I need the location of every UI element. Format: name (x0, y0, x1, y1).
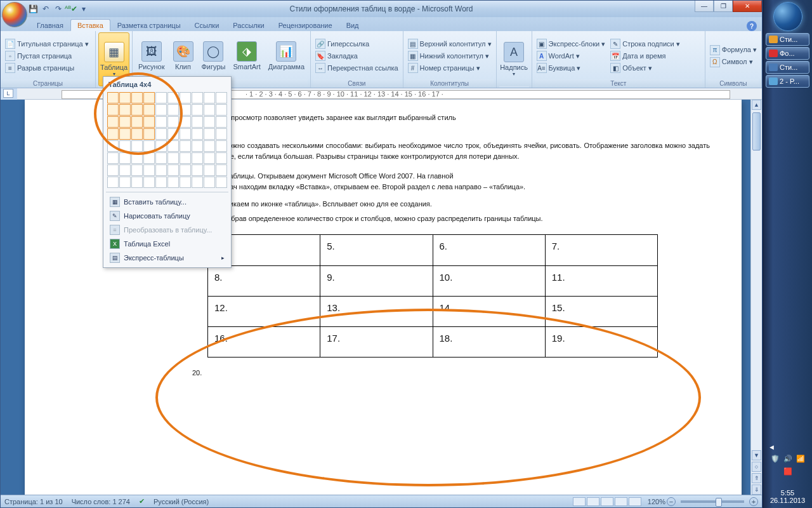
table-cell[interactable]: 14. (433, 296, 545, 326)
grid-cell[interactable] (155, 92, 167, 104)
grid-cell[interactable] (192, 128, 203, 140)
table-cell[interactable]: 6. (433, 235, 545, 265)
scroll-down-icon[interactable]: ▼ (752, 450, 761, 460)
grid-cell[interactable] (216, 140, 227, 152)
page-status[interactable]: Страница: 1 из 10 (4, 498, 63, 505)
grid-cell[interactable] (155, 104, 167, 116)
quickparts-button[interactable]: ▣Экспресс-блоки ▾ (535, 38, 608, 50)
table-cell[interactable]: 7. (545, 235, 657, 265)
office-button[interactable] (2, 2, 27, 27)
excel-table-item[interactable]: XТаблица Excel (106, 237, 228, 251)
table-cell[interactable]: 16. (208, 327, 320, 358)
system-tray[interactable]: 🛡️ 🔊 📶 🟥 (763, 452, 812, 479)
grid-cell[interactable] (155, 128, 167, 140)
grid-cell[interactable] (119, 104, 131, 116)
smartart-button[interactable]: ⬗SmartArt (230, 32, 263, 79)
symbol-button[interactable]: ΩСимвол ▾ (708, 57, 759, 68)
grid-cell[interactable] (143, 164, 155, 176)
signature-button[interactable]: ✎Строка подписи ▾ (608, 38, 682, 50)
grid-cell[interactable] (143, 116, 155, 128)
table-cell[interactable]: 10. (433, 265, 545, 296)
web-view-icon[interactable] (601, 497, 613, 506)
grid-cell[interactable] (180, 116, 191, 128)
grid-cell[interactable] (119, 128, 131, 140)
zoom-slider[interactable] (681, 500, 744, 503)
grid-cell[interactable] (192, 104, 203, 116)
grid-cell[interactable] (180, 140, 191, 152)
blank-page-button[interactable]: ▫Пустая страница (3, 50, 93, 62)
chart-button[interactable]: 📊Диаграмма (265, 32, 308, 79)
grid-cell[interactable] (155, 177, 167, 188)
vertical-scrollbar[interactable]: ▲ ▼ ○ ⇑ ⇓ (750, 100, 762, 495)
grid-cell[interactable] (143, 104, 155, 116)
grid-cell[interactable] (192, 116, 203, 128)
datetime-button[interactable]: 📅Дата и время (608, 50, 682, 62)
grid-cell[interactable] (204, 152, 215, 164)
tray-arrow-icon[interactable]: ◄ (768, 443, 775, 451)
scroll-thumb[interactable] (752, 112, 761, 150)
grid-cell[interactable] (107, 116, 119, 128)
browse-object-icon[interactable]: ○ (752, 462, 761, 472)
maximize-button[interactable]: ❐ (714, 1, 733, 12)
zoom-in-button[interactable]: + (749, 497, 758, 506)
tab-references[interactable]: Ссылки (188, 19, 226, 31)
table-cell[interactable]: 18. (433, 327, 545, 358)
tab-mailings[interactable]: Рассылки (226, 19, 271, 31)
table-cell[interactable]: 8. (208, 265, 320, 296)
grid-cell[interactable] (143, 152, 155, 164)
grid-cell[interactable] (204, 92, 215, 104)
grid-cell[interactable] (131, 140, 143, 152)
grid-cell[interactable] (180, 152, 191, 164)
table-cell[interactable]: 19. (545, 327, 657, 358)
taskbar-item[interactable]: Сти... (766, 61, 809, 74)
grid-cell[interactable] (107, 177, 119, 188)
bookmark-button[interactable]: 🔖Закладка (313, 50, 400, 62)
grid-cell[interactable] (167, 140, 179, 152)
table-grid-picker[interactable] (106, 91, 228, 189)
grid-cell[interactable] (180, 128, 191, 140)
footer-button[interactable]: ▦Нижний колонтитул ▾ (406, 50, 494, 62)
grid-cell[interactable] (180, 92, 191, 104)
spellcheck-status-icon[interactable]: ✔ (139, 497, 145, 505)
grid-cell[interactable] (192, 140, 203, 152)
textbox-button[interactable]: AНадпись▾ (499, 32, 529, 86)
insert-table-item[interactable]: ▦Вставить таблицу... (106, 195, 228, 209)
grid-cell[interactable] (167, 177, 179, 188)
tray-icon[interactable]: 🛡️ (771, 455, 780, 464)
grid-cell[interactable] (204, 140, 215, 152)
grid-cell[interactable] (107, 128, 119, 140)
grid-cell[interactable] (216, 116, 227, 128)
grid-cell[interactable] (192, 152, 203, 164)
wordart-button[interactable]: AWordArt ▾ (535, 50, 608, 62)
draw-table-item[interactable]: ✎Нарисовать таблицу (106, 209, 228, 223)
ruler-corner[interactable]: L (3, 89, 13, 98)
grid-cell[interactable] (155, 164, 167, 176)
table-cell[interactable]: 5. (320, 235, 433, 265)
taskbar-item[interactable]: Сти... (766, 33, 809, 46)
grid-cell[interactable] (131, 152, 143, 164)
next-page-icon[interactable]: ⇓ (752, 485, 761, 495)
table-insert-dropdown[interactable]: Таблица 4x4 ▦Вставить таблицу... ✎Нарисо… (103, 76, 232, 268)
grid-cell[interactable] (167, 128, 179, 140)
grid-cell[interactable] (180, 104, 191, 116)
tab-review[interactable]: Рецензирование (272, 19, 339, 31)
grid-cell[interactable] (131, 177, 143, 188)
object-button[interactable]: ◧Объект ▾ (608, 62, 682, 74)
grid-cell[interactable] (180, 177, 191, 188)
grid-cell[interactable] (155, 116, 167, 128)
grid-cell[interactable] (143, 177, 155, 188)
grid-cell[interactable] (192, 177, 203, 188)
undo-icon[interactable]: ↶ (40, 3, 51, 15)
grid-cell[interactable] (143, 92, 155, 104)
help-icon[interactable]: ? (747, 21, 757, 31)
grid-cell[interactable] (119, 152, 131, 164)
save-icon[interactable]: 💾 (27, 3, 39, 15)
grid-cell[interactable] (131, 116, 143, 128)
scroll-up-icon[interactable]: ▲ (752, 100, 761, 110)
grid-cell[interactable] (155, 152, 167, 164)
grid-cell[interactable] (119, 140, 131, 152)
tray-network-icon[interactable]: 📶 (796, 455, 805, 464)
grid-cell[interactable] (143, 140, 155, 152)
grid-cell[interactable] (216, 164, 227, 176)
tab-view[interactable]: Вид (339, 19, 366, 31)
